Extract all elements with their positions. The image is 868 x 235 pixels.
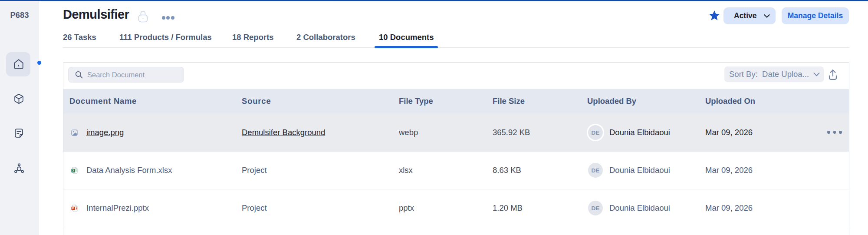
svg-text:P: P bbox=[72, 207, 74, 210]
svg-text:X: X bbox=[72, 169, 74, 172]
